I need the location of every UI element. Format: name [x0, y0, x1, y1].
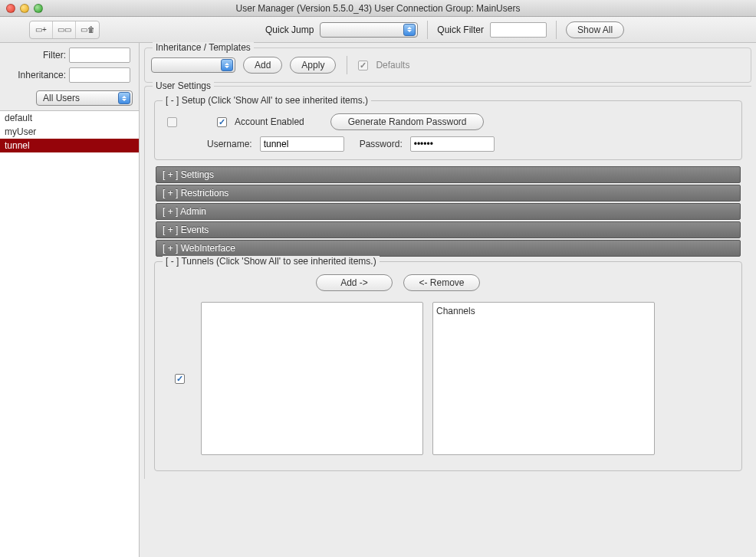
window-titlebar: User Manager (Version 5.5.0_43) User Con… — [0, 0, 756, 17]
username-input[interactable] — [260, 136, 344, 152]
admin-section-toggle[interactable]: [ + ] Admin — [156, 203, 741, 220]
zoom-icon[interactable] — [34, 4, 43, 13]
traffic-lights — [6, 4, 43, 13]
account-enabled-label: Account Enabled — [235, 116, 304, 127]
defaults-label: Defaults — [376, 60, 409, 70]
quick-jump-label: Quick Jump — [265, 25, 314, 35]
tunnels-checkbox-col — [167, 302, 192, 455]
left-filters: Filter: Inheritance: — [0, 43, 139, 87]
add-user-button[interactable]: ▭+ — [30, 21, 53, 38]
show-all-button[interactable]: Show All — [566, 21, 624, 38]
divider — [347, 56, 347, 74]
password-label: Password: — [360, 139, 403, 149]
window-title: User Manager (Version 5.5.0_43) User Con… — [236, 3, 521, 14]
tunnels-legend[interactable]: [ - ] Tunnels (Click 'Show All' to see i… — [163, 256, 380, 267]
tunnel-add-button[interactable]: Add -> — [316, 274, 393, 291]
toolbar-divider — [427, 21, 428, 39]
close-icon[interactable] — [6, 4, 15, 13]
inheritance-label: Inheritance: — [6, 70, 66, 80]
filter-label: Filter: — [6, 50, 66, 61]
users-filter-select[interactable]: All Users — [36, 90, 133, 106]
list-item[interactable]: default — [0, 111, 139, 125]
user-settings-legend: User Settings — [153, 80, 214, 91]
document-plus-icon: ▭+ — [35, 25, 47, 34]
list-item[interactable]: myUser — [0, 125, 139, 139]
list-item[interactable]: tunnel — [0, 139, 139, 152]
minimize-icon[interactable] — [20, 4, 29, 13]
filter-input[interactable] — [69, 48, 130, 63]
webinterface-section-toggle[interactable]: [ + ] WebInterface — [156, 240, 741, 257]
inheritance-legend: Inheritance / Templates — [153, 42, 254, 53]
inheritance-add-button[interactable]: Add — [243, 57, 282, 74]
generate-password-button[interactable]: Generate Random Password — [330, 113, 485, 130]
users-filter-value: All Users — [43, 93, 80, 103]
main-area: Filter: Inheritance: All Users default m… — [0, 43, 756, 557]
tunnels-button-row: Add -> <- Remove — [316, 274, 734, 291]
tunnels-channels-list[interactable]: Channels — [432, 302, 655, 455]
quick-filter-input[interactable] — [490, 22, 547, 38]
password-input[interactable] — [410, 136, 495, 152]
inheritance-input[interactable] — [69, 67, 130, 83]
setup-group: [ - ] Setup (Click 'Show All' to see inh… — [154, 100, 742, 160]
main-toolbar: ▭+ ▭▭ ▭🗑 Quick Jump Quick Filter Show Al… — [0, 17, 756, 43]
copy-user-button[interactable]: ▭▭ — [53, 21, 76, 38]
inheritance-select[interactable] — [151, 57, 235, 73]
username-label: Username: — [207, 139, 252, 149]
tunnels-content: Channels — [163, 297, 734, 460]
inheritance-apply-button[interactable]: Apply — [290, 57, 336, 74]
restrictions-section-toggle[interactable]: [ + ] Restrictions — [156, 185, 741, 202]
setup-legend[interactable]: [ - ] Setup (Click 'Show All' to see inh… — [163, 95, 371, 106]
defaults-checkbox — [358, 61, 368, 70]
left-panel: Filter: Inheritance: All Users default m… — [0, 43, 140, 557]
toolbar-divider — [556, 21, 557, 39]
quick-filter-label: Quick Filter — [437, 25, 484, 35]
tunnels-group: [ - ] Tunnels (Click 'Show All' to see i… — [154, 261, 742, 471]
account-enabled-checkbox[interactable] — [217, 117, 227, 127]
document-trash-icon: ▭🗑 — [81, 25, 95, 34]
settings-section-toggle[interactable]: [ + ] Settings — [156, 166, 741, 183]
documents-icon: ▭▭ — [58, 25, 71, 34]
toolbar-button-group: ▭+ ▭▭ ▭🗑 — [29, 21, 100, 39]
setup-section-checkbox[interactable] — [167, 117, 177, 127]
events-section-toggle[interactable]: [ + ] Events — [156, 221, 741, 238]
quick-jump-select[interactable] — [320, 22, 418, 38]
users-filter-row: All Users — [0, 87, 139, 110]
right-panel: Inheritance / Templates Add Apply Defaul… — [140, 43, 756, 557]
user-list[interactable]: default myUser tunnel — [0, 110, 139, 557]
inheritance-templates-group: Inheritance / Templates Add Apply Defaul… — [144, 48, 751, 83]
tunnels-section-checkbox[interactable] — [175, 374, 185, 384]
inheritance-row: Add Apply Defaults — [151, 56, 744, 74]
user-settings-group: User Settings [ - ] Setup (Click 'Show A… — [144, 86, 751, 479]
tunnels-available-list[interactable] — [201, 302, 423, 455]
tunnel-remove-button[interactable]: <- Remove — [403, 274, 480, 291]
delete-user-button[interactable]: ▭🗑 — [76, 21, 99, 38]
channels-header: Channels — [436, 306, 651, 316]
